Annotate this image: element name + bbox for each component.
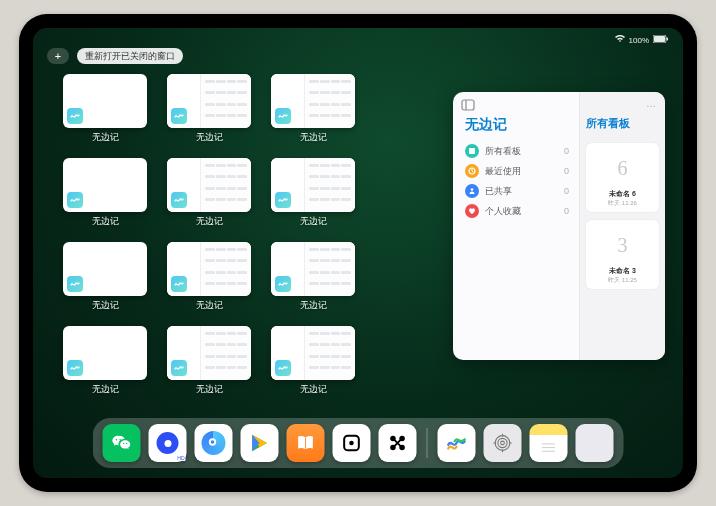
app-label: 无边记 — [300, 215, 327, 228]
freeform-icon — [67, 276, 83, 292]
app-switcher-card[interactable]: 无边记 — [167, 242, 251, 312]
freeform-icon — [171, 108, 187, 124]
menu-label: 个人收藏 — [485, 205, 521, 218]
dock-app-library[interactable] — [576, 424, 614, 462]
app-switcher-card[interactable]: 无边记 — [271, 74, 355, 144]
panel-content: … 所有看板 6未命名 6昨天 11:263未命名 3昨天 11:25 — [579, 92, 665, 360]
battery-text: 100% — [629, 36, 649, 45]
freeform-icon — [275, 108, 291, 124]
menu-count: 0 — [564, 166, 569, 176]
ipad-screen: 100% + 重新打开已关闭的窗口 无边记无边记无边记无边记无边记无边记无边记无… — [33, 28, 683, 478]
more-button[interactable]: … — [646, 98, 657, 109]
board-time: 昨天 11:25 — [608, 276, 637, 285]
wifi-icon — [615, 35, 625, 45]
app-thumbnail — [63, 158, 147, 212]
status-icons: 100% — [615, 35, 669, 45]
dock-app-square[interactable] — [333, 424, 371, 462]
dock-separator — [427, 428, 428, 458]
app-thumbnail — [271, 74, 355, 128]
app-thumbnail — [167, 74, 251, 128]
dock-app-wechat[interactable] — [103, 424, 141, 462]
menu-icon — [465, 164, 479, 178]
app-label: 无边记 — [92, 383, 119, 396]
panel-section-title: 所有看板 — [586, 116, 659, 131]
top-controls: + 重新打开已关闭的窗口 — [47, 48, 183, 64]
app-switcher-card[interactable]: 无边记 — [63, 242, 147, 312]
app-label: 无边记 — [92, 215, 119, 228]
svg-point-7 — [471, 188, 474, 191]
reopen-closed-window-button[interactable]: 重新打开已关闭的窗口 — [77, 48, 183, 64]
app-label: 无边记 — [196, 215, 223, 228]
app-switcher-card[interactable]: 无边记 — [271, 242, 355, 312]
app-switcher-card[interactable]: 无边记 — [167, 326, 251, 396]
board-card[interactable]: 3未命名 3昨天 11:25 — [586, 220, 659, 289]
status-bar: 100% — [33, 32, 683, 48]
panel-sidebar: 无边记 所有看板0最近使用0已共享0个人收藏0 — [453, 92, 579, 360]
freeform-icon — [171, 192, 187, 208]
menu-icon — [465, 144, 479, 158]
app-thumbnail — [167, 326, 251, 380]
app-switcher-card[interactable]: 无边记 — [167, 74, 251, 144]
app-thumbnail — [271, 158, 355, 212]
freeform-panel[interactable]: 无边记 所有看板0最近使用0已共享0个人收藏0 … 所有看板 6未命名 6昨天 … — [453, 92, 665, 360]
app-switcher-card[interactable]: 无边记 — [63, 158, 147, 228]
dock-app-browser[interactable] — [195, 424, 233, 462]
svg-rect-1 — [654, 36, 665, 42]
menu-count: 0 — [564, 146, 569, 156]
battery-icon — [653, 35, 669, 45]
svg-point-9 — [211, 440, 215, 444]
dock: HD — [93, 418, 624, 468]
app-thumbnail — [63, 326, 147, 380]
menu-count: 0 — [564, 206, 569, 216]
app-label: 无边记 — [196, 131, 223, 144]
menu-icon — [465, 184, 479, 198]
dock-app-connect[interactable] — [379, 424, 417, 462]
freeform-icon — [67, 192, 83, 208]
app-label: 无边记 — [300, 299, 327, 312]
menu-label: 最近使用 — [485, 165, 521, 178]
freeform-icon — [275, 360, 291, 376]
app-switcher-card[interactable]: 无边记 — [271, 158, 355, 228]
app-thumbnail — [63, 74, 147, 128]
app-label: 无边记 — [92, 299, 119, 312]
new-window-button[interactable]: + — [47, 48, 69, 64]
app-switcher-card[interactable]: 无边记 — [167, 158, 251, 228]
panel-title: 无边记 — [465, 116, 569, 134]
app-switcher-card[interactable]: 无边记 — [63, 326, 147, 396]
dock-app-freeform[interactable] — [438, 424, 476, 462]
sidebar-item-个人收藏[interactable]: 个人收藏0 — [465, 204, 569, 218]
app-thumbnail — [167, 242, 251, 296]
dock-app-settings[interactable] — [484, 424, 522, 462]
board-name: 未命名 6 — [609, 189, 636, 199]
app-thumbnail — [271, 326, 355, 380]
board-preview: 3 — [595, 224, 651, 266]
sidebar-item-最近使用[interactable]: 最近使用0 — [465, 164, 569, 178]
app-switcher-card[interactable]: 无边记 — [63, 74, 147, 144]
app-label: 无边记 — [300, 131, 327, 144]
sidebar-item-所有看板[interactable]: 所有看板0 — [465, 144, 569, 158]
menu-label: 所有看板 — [485, 145, 521, 158]
svg-rect-3 — [462, 100, 474, 110]
board-card[interactable]: 6未命名 6昨天 11:26 — [586, 143, 659, 212]
app-thumbnail — [63, 242, 147, 296]
freeform-icon — [67, 108, 83, 124]
app-label: 无边记 — [92, 131, 119, 144]
boards-list: 6未命名 6昨天 11:263未命名 3昨天 11:25 — [586, 143, 659, 289]
sidebar-toggle-icon[interactable] — [461, 98, 475, 112]
svg-rect-2 — [667, 38, 669, 41]
freeform-icon — [275, 192, 291, 208]
dock-app-notes[interactable] — [530, 424, 568, 462]
board-preview: 6 — [595, 147, 651, 189]
app-thumbnail — [167, 158, 251, 212]
board-name: 未命名 3 — [609, 266, 636, 276]
dock-app-play[interactable] — [241, 424, 279, 462]
app-switcher-card[interactable]: 无边记 — [271, 326, 355, 396]
sidebar-item-已共享[interactable]: 已共享0 — [465, 184, 569, 198]
dock-app-books[interactable] — [287, 424, 325, 462]
dock-app-quark[interactable]: HD — [149, 424, 187, 462]
app-label: 无边记 — [196, 383, 223, 396]
sidebar-menu: 所有看板0最近使用0已共享0个人收藏0 — [465, 144, 569, 218]
app-switcher-grid: 无边记无边记无边记无边记无边记无边记无边记无边记无边记无边记无边记无边记 — [63, 74, 355, 396]
app-label: 无边记 — [196, 299, 223, 312]
svg-rect-5 — [469, 148, 475, 154]
